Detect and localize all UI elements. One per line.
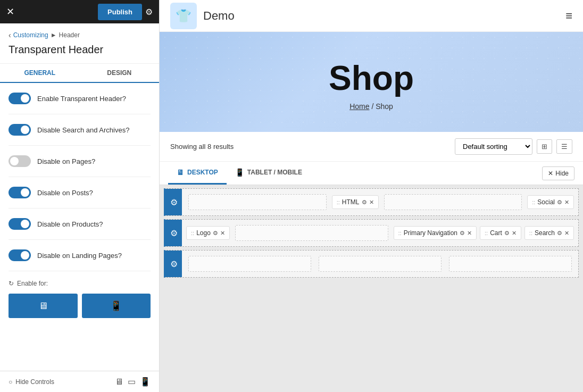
builder-tab-desktop[interactable]: 🖥 DESKTOP bbox=[168, 162, 227, 185]
html-gear-icon[interactable]: ⚙ bbox=[362, 199, 367, 206]
row-3-empty-3 bbox=[449, 256, 572, 272]
widget-logo[interactable]: :: Logo ⚙ ✕ bbox=[186, 226, 230, 240]
html-close-icon[interactable]: ✕ bbox=[369, 199, 374, 206]
row-3-gear[interactable]: ⚙ bbox=[166, 251, 182, 277]
toggle-disable-products[interactable] bbox=[9, 218, 31, 230]
settings-gear-button[interactable]: ⚙ bbox=[145, 7, 153, 17]
shop-breadcrumb-sep: / bbox=[371, 102, 376, 111]
grid-view-button[interactable]: ⊞ bbox=[537, 139, 552, 154]
desktop-device-button[interactable]: 🖥 bbox=[9, 294, 78, 318]
enable-for-section: ↻ Enable for: 🖥 📱 bbox=[9, 271, 151, 327]
showing-results-text: Showing all 8 results bbox=[170, 143, 234, 151]
setting-label-disable-landing: Disable on Landing Pages? bbox=[37, 252, 122, 260]
cart-gear-icon[interactable]: ⚙ bbox=[504, 230, 510, 237]
html-label: HTML bbox=[342, 198, 360, 206]
row-2-gear[interactable]: ⚙ bbox=[166, 220, 182, 246]
hide-builder-button[interactable]: ✕ Hide bbox=[542, 166, 574, 180]
nav-drag-icon: :: bbox=[398, 230, 402, 236]
nav-close-icon[interactable]: ✕ bbox=[467, 230, 472, 237]
setting-label-disable-posts: Disable on Posts? bbox=[37, 189, 93, 197]
publish-button[interactable]: Publish bbox=[98, 4, 142, 20]
widget-cart[interactable]: :: Cart ⚙ ✕ bbox=[480, 226, 521, 240]
row-1-gear[interactable]: ⚙ bbox=[166, 189, 182, 215]
setting-disable-posts: Disable on Posts? bbox=[9, 177, 151, 208]
builder-area: 🖥 DESKTOP 📱 TABLET / MOBILE ✕ Hide ⚙ :: bbox=[160, 162, 583, 392]
setting-disable-landing: Disable on Landing Pages? bbox=[9, 240, 151, 271]
html-drag-icon: :: bbox=[337, 199, 340, 205]
builder-tab-tablet[interactable]: 📱 TABLET / MOBILE bbox=[227, 162, 311, 185]
setting-label-enable-transparent: Enable Transparent Header? bbox=[37, 95, 126, 103]
shop-banner: Shop Home / Shop bbox=[160, 32, 583, 132]
left-panel: ✕ Publish ⚙ ‹ Customizing ► Header Trans… bbox=[0, 0, 160, 392]
view-buttons: 🖥 ▭ 📱 bbox=[115, 377, 151, 387]
setting-disable-products: Disable on Products? bbox=[9, 208, 151, 240]
mobile-device-button[interactable]: 📱 bbox=[82, 294, 151, 318]
row-1-content: :: HTML ⚙ ✕ :: Social ⚙ ✕ bbox=[182, 189, 578, 215]
enable-for-label: ↻ Enable for: bbox=[9, 280, 151, 287]
logo-close-icon[interactable]: ✕ bbox=[220, 230, 225, 237]
publish-area: Publish ⚙ bbox=[98, 4, 153, 20]
search-close-icon[interactable]: ✕ bbox=[564, 230, 569, 237]
toggle-disable-posts[interactable] bbox=[9, 187, 31, 198]
row-2-empty bbox=[235, 225, 388, 241]
tabs-bar: GENERAL DESIGN bbox=[0, 64, 159, 83]
breadcrumb: ‹ Customizing ► Header bbox=[9, 31, 151, 39]
tablet-tab-icon: 📱 bbox=[235, 168, 244, 177]
close-button[interactable]: ✕ bbox=[6, 6, 14, 18]
toggle-disable-search[interactable] bbox=[9, 124, 31, 136]
search-label: Search bbox=[535, 229, 555, 237]
mobile-view-button[interactable]: 📱 bbox=[140, 377, 151, 387]
row-3-empty-2 bbox=[319, 256, 442, 272]
desktop-icon: 🖥 bbox=[38, 301, 48, 312]
row-1-empty-mid bbox=[384, 194, 522, 210]
row-2-content: :: Logo ⚙ ✕ :: Primary Navigation ⚙ ✕ :: bbox=[182, 220, 578, 246]
mobile-icon: 📱 bbox=[110, 300, 122, 312]
list-view-button[interactable]: ☰ bbox=[556, 139, 572, 154]
desktop-tab-icon: 🖥 bbox=[177, 168, 184, 177]
nav-gear-icon[interactable]: ⚙ bbox=[460, 230, 465, 237]
shop-breadcrumb-home[interactable]: Home bbox=[349, 102, 369, 111]
setting-label-disable-pages: Disable on Pages? bbox=[37, 157, 95, 165]
logo-shirt-icon: 👕 bbox=[176, 9, 191, 23]
social-label: Social bbox=[537, 198, 555, 206]
search-gear-icon[interactable]: ⚙ bbox=[557, 230, 562, 237]
page-title: Transparent Header bbox=[9, 41, 151, 61]
settings-area: Enable Transparent Header? Disable Searc… bbox=[0, 83, 159, 371]
shop-toolbar: Showing all 8 results Default sorting ⊞ … bbox=[160, 132, 583, 162]
device-buttons: 🖥 📱 bbox=[9, 294, 151, 318]
setting-label-disable-search: Disable Search and Archives? bbox=[37, 126, 129, 134]
widget-search[interactable]: :: Search ⚙ ✕ bbox=[524, 226, 574, 240]
toolbar-right: Default sorting ⊞ ☰ bbox=[455, 138, 572, 155]
widget-social[interactable]: :: Social ⚙ ✕ bbox=[527, 195, 574, 209]
cart-close-icon[interactable]: ✕ bbox=[512, 230, 517, 237]
tablet-view-button[interactable]: ▭ bbox=[128, 377, 136, 387]
sort-select[interactable]: Default sorting bbox=[455, 138, 532, 155]
toggle-disable-pages[interactable] bbox=[9, 155, 31, 167]
hamburger-icon: ≡ bbox=[565, 9, 572, 23]
tablet-tab-label: TABLET / MOBILE bbox=[247, 169, 302, 176]
logo-gear-icon[interactable]: ⚙ bbox=[213, 230, 218, 237]
search-drag-icon: :: bbox=[529, 230, 532, 236]
builder-row-1: ⚙ :: HTML ⚙ ✕ :: Social ⚙ ✕ bbox=[164, 188, 579, 216]
toggle-enable-transparent[interactable] bbox=[9, 93, 31, 104]
setting-disable-pages: Disable on Pages? bbox=[9, 146, 151, 177]
widget-html[interactable]: :: HTML ⚙ ✕ bbox=[332, 195, 379, 209]
desktop-view-button[interactable]: 🖥 bbox=[115, 377, 123, 387]
toggle-disable-landing[interactable] bbox=[9, 249, 31, 261]
enable-for-icon: ↻ bbox=[9, 280, 14, 287]
tab-general[interactable]: GENERAL bbox=[0, 64, 80, 83]
social-drag-icon: :: bbox=[532, 199, 535, 205]
hide-icon: ✕ bbox=[548, 170, 553, 177]
widget-primary-nav[interactable]: :: Primary Navigation ⚙ ✕ bbox=[394, 226, 477, 240]
social-close-icon[interactable]: ✕ bbox=[564, 199, 569, 206]
desktop-tab-label: DESKTOP bbox=[187, 169, 218, 176]
breadcrumb-customizing[interactable]: Customizing bbox=[13, 31, 48, 39]
shop-breadcrumb: Home / Shop bbox=[170, 102, 572, 111]
tab-design[interactable]: DESIGN bbox=[80, 64, 160, 83]
social-gear-icon[interactable]: ⚙ bbox=[557, 199, 562, 206]
row-3-content bbox=[182, 251, 578, 277]
hide-controls-button[interactable]: ○ Hide Controls bbox=[9, 378, 54, 386]
back-arrow-icon[interactable]: ‹ bbox=[9, 31, 11, 39]
primary-nav-label: Primary Navigation bbox=[404, 229, 457, 237]
right-panel: 👕 Demo ≡ Shop Home / Shop Showing all 8 … bbox=[160, 0, 583, 392]
